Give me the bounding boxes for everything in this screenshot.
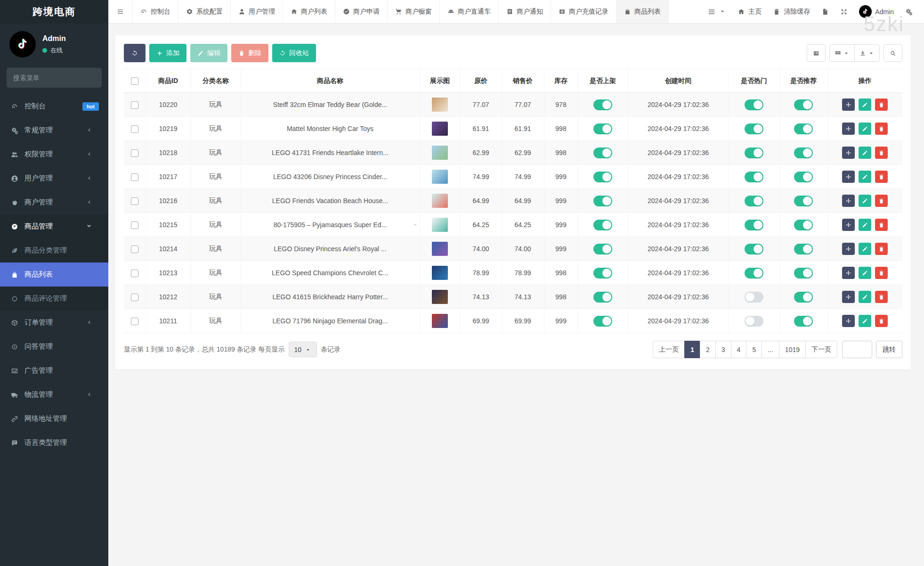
row-edit-button[interactable]: [859, 219, 871, 231]
product-thumbnail[interactable]: [432, 194, 448, 208]
user-menu[interactable]: Admin: [859, 5, 894, 18]
sidebar-item-order[interactable]: 订单管理: [0, 311, 108, 335]
product-thumbnail[interactable]: [432, 122, 448, 136]
on-shelf-toggle[interactable]: [593, 148, 612, 158]
hot-toggle[interactable]: [745, 244, 763, 254]
sidebar-item-language-type[interactable]: 语言类型管理: [0, 431, 108, 455]
row-edit-button[interactable]: [859, 195, 871, 207]
on-shelf-toggle[interactable]: [593, 99, 612, 110]
row-delete-button[interactable]: [875, 243, 888, 255]
row-edit-button[interactable]: [859, 171, 871, 183]
row-checkbox[interactable]: [131, 149, 138, 157]
sidebar-search-input[interactable]: [13, 74, 98, 82]
delete-button[interactable]: 删除: [231, 44, 268, 62]
nav-tab-merchant-apply[interactable]: 商户申请: [335, 0, 388, 23]
recommend-toggle[interactable]: [794, 220, 813, 230]
on-shelf-toggle[interactable]: [593, 292, 612, 303]
nav-tab-merchant-train[interactable]: 商户直通车: [440, 0, 499, 23]
row-delete-button[interactable]: [875, 123, 888, 135]
product-thumbnail[interactable]: [432, 242, 448, 256]
columns-button[interactable]: [829, 44, 855, 62]
drag-sort-button[interactable]: [842, 98, 855, 111]
prev-page-button[interactable]: 上一页: [653, 341, 685, 358]
row-edit-button[interactable]: [859, 98, 871, 111]
sidebar-item-logistics[interactable]: 物流管理: [0, 383, 108, 407]
product-thumbnail[interactable]: [432, 218, 448, 232]
docs-button[interactable]: [821, 8, 829, 16]
clear-cache-button[interactable]: 清除缓存: [773, 8, 810, 16]
chevron-down-icon[interactable]: [412, 221, 419, 229]
drag-sort-button[interactable]: [842, 267, 855, 279]
on-shelf-toggle[interactable]: [593, 172, 612, 182]
row-edit-button[interactable]: [859, 315, 871, 327]
page-button[interactable]: 4: [731, 341, 747, 358]
select-all-checkbox[interactable]: [131, 77, 138, 85]
row-edit-button[interactable]: [859, 291, 871, 303]
product-thumbnail[interactable]: [432, 314, 448, 328]
on-shelf-toggle[interactable]: [593, 244, 612, 254]
product-thumbnail[interactable]: [432, 266, 448, 280]
row-checkbox[interactable]: [131, 270, 138, 277]
sidebar-item-product-list[interactable]: 商品列表: [0, 262, 108, 287]
row-checkbox[interactable]: [131, 294, 138, 301]
page-jump-button[interactable]: 跳转: [876, 341, 902, 358]
page-button[interactable]: 1019: [779, 341, 806, 358]
sidebar-search[interactable]: [7, 68, 102, 88]
edit-button[interactable]: 编辑: [190, 44, 227, 62]
on-shelf-toggle[interactable]: [593, 316, 612, 327]
table-search-button[interactable]: [883, 44, 902, 62]
settings-gears-button[interactable]: [905, 8, 913, 16]
product-thumbnail[interactable]: [432, 170, 448, 184]
drag-sort-button[interactable]: [842, 291, 855, 303]
refresh-button[interactable]: [124, 44, 146, 62]
page-button[interactable]: 5: [746, 341, 762, 358]
recommend-toggle[interactable]: [794, 196, 813, 206]
sidebar-item-general[interactable]: 常规管理: [0, 118, 108, 142]
recommend-toggle[interactable]: [794, 99, 813, 110]
drag-sort-button[interactable]: [842, 243, 855, 255]
recommend-toggle[interactable]: [794, 268, 813, 279]
sidebar-item-ad[interactable]: 广告管理: [0, 359, 108, 383]
sidebar-item-product-comment[interactable]: 商品评论管理: [0, 287, 108, 311]
recommend-toggle[interactable]: [794, 148, 813, 158]
nav-home-link[interactable]: 主页: [738, 8, 762, 16]
row-delete-button[interactable]: [875, 171, 888, 183]
fullscreen-button[interactable]: [840, 8, 848, 16]
tab-list-dropdown[interactable]: [708, 8, 726, 15]
card-view-button[interactable]: [807, 44, 826, 62]
sidebar-item-qa[interactable]: ?问答管理: [0, 335, 108, 359]
row-delete-button[interactable]: [875, 315, 888, 327]
product-thumbnail[interactable]: [432, 98, 448, 112]
drag-sort-button[interactable]: [842, 171, 855, 183]
sidebar-item-auth[interactable]: 权限管理: [0, 142, 108, 166]
sidebar-toggle-button[interactable]: [108, 0, 133, 23]
drag-sort-button[interactable]: [842, 315, 855, 327]
sidebar-item-url-management[interactable]: 网络地址管理: [0, 407, 108, 431]
drag-sort-button[interactable]: [842, 147, 855, 159]
nav-tab-merchant-notice[interactable]: 商户通知: [499, 0, 551, 23]
nav-tab-dashboard[interactable]: 控制台: [133, 0, 178, 23]
drag-sort-button[interactable]: [842, 123, 855, 135]
hot-toggle[interactable]: [745, 268, 763, 279]
row-checkbox[interactable]: [131, 221, 138, 229]
row-delete-button[interactable]: [875, 147, 888, 159]
sidebar-item-product-management[interactable]: P商品管理: [0, 214, 108, 238]
on-shelf-toggle[interactable]: [593, 268, 612, 279]
row-checkbox[interactable]: [131, 173, 138, 181]
sidebar-item-product-category[interactable]: 商品分类管理: [0, 238, 108, 262]
recommend-toggle[interactable]: [794, 244, 813, 254]
row-edit-button[interactable]: [859, 123, 871, 135]
hot-toggle[interactable]: [745, 172, 763, 182]
add-button[interactable]: 添加: [149, 44, 186, 62]
recommend-toggle[interactable]: [794, 316, 813, 327]
sidebar-item-dashboard[interactable]: 控制台hot: [0, 94, 108, 118]
hot-toggle[interactable]: [745, 123, 763, 134]
sidebar-item-merchant-management[interactable]: 商户管理: [0, 190, 108, 214]
nav-tab-merchant-window[interactable]: 商户橱窗: [388, 0, 440, 23]
page-jump-input[interactable]: [842, 341, 872, 358]
recommend-toggle[interactable]: [794, 123, 813, 134]
row-edit-button[interactable]: [859, 267, 871, 279]
recommend-toggle[interactable]: [794, 292, 813, 303]
nav-tab-system-config[interactable]: 系统配置: [178, 0, 231, 23]
hot-toggle[interactable]: [745, 196, 763, 206]
